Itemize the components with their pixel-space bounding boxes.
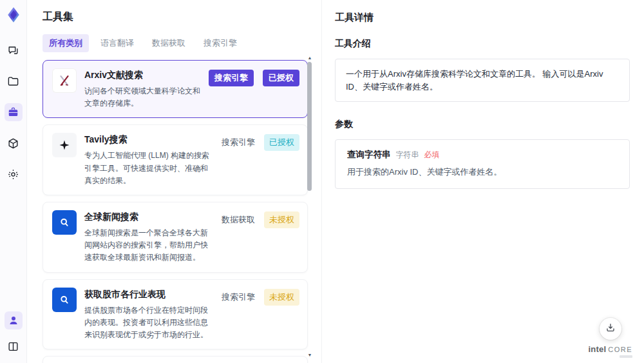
- tool-name: Tavily搜索: [84, 134, 214, 146]
- floating-footer: intel CORE: [588, 318, 632, 358]
- download-button[interactable]: [600, 318, 621, 340]
- scroll-down-icon[interactable]: ▼: [307, 353, 313, 358]
- sidebar-bottom-nav: [5, 311, 23, 355]
- param-type: 字符串: [396, 150, 419, 161]
- brand-core-text: CORE: [608, 346, 632, 353]
- sidebar-item-chat[interactable]: [5, 41, 23, 59]
- intro-heading: 工具介绍: [335, 38, 630, 50]
- badge-group: 搜索引擎已授权: [222, 133, 299, 187]
- tool-name: Arxiv文献搜索: [84, 70, 201, 81]
- search-icon: [52, 210, 77, 235]
- status-badge: 已授权: [263, 70, 299, 86]
- sidebar-item-collapse[interactable]: [5, 337, 23, 355]
- category-badge: 搜索引擎: [222, 289, 255, 306]
- scrollbar-thumb[interactable]: [307, 62, 312, 191]
- status-badge: 未授权: [264, 289, 299, 306]
- detail-title: 工具详情: [335, 12, 630, 24]
- briefcase-icon: [7, 106, 19, 119]
- badge-group: 搜索引擎未授权: [222, 288, 299, 342]
- param-name: 查询字符串: [347, 149, 391, 161]
- scroll-up-icon[interactable]: ▲: [307, 55, 313, 61]
- intro-text-box: 一个用于从Arxiv存储库搜索科学论文和文章的工具。 输入可以是Arxiv ID…: [335, 59, 630, 102]
- app-logo-icon: [4, 5, 23, 25]
- param-description: 用于搜索的Arxiv ID、关键字或作者姓名。: [347, 166, 618, 178]
- tab-3[interactable]: 搜索引擎: [197, 34, 243, 52]
- category-badge: 数据获取: [222, 211, 255, 228]
- param-required-badge: 必填: [424, 150, 440, 161]
- user-icon: [8, 315, 19, 326]
- sidebar-item-settings[interactable]: [5, 165, 23, 183]
- sidebar-item-packages[interactable]: [5, 134, 23, 152]
- tool-description: 全球新闻搜索是一个聚合全球各大新闻网站内容的搜索引擎，帮助用户快速获取全球最新资…: [84, 227, 214, 264]
- status-badge: 未授权: [264, 211, 299, 228]
- tool-description: 访问各个研究领域大量科学论文和文章的存储库。: [84, 85, 201, 110]
- sidebar-item-files[interactable]: [5, 72, 23, 90]
- tool-description: 专为人工智能代理 (LLM) 构建的搜索引擎工具。可快速提供实时、准确和真实的结…: [84, 150, 214, 187]
- tab-1[interactable]: 语言翻译: [94, 34, 140, 52]
- category-tabs: 所有类别语言翻译数据获取搜索引擎: [43, 34, 321, 52]
- app-window: 工具集 所有类别语言翻译数据获取搜索引擎 Arxiv文献搜索访问各个研究领域大量…: [0, 0, 644, 363]
- params-list: 查询字符串字符串必填用于搜索的Arxiv ID、关键字或作者姓名。: [335, 139, 630, 189]
- chat-icon: [7, 44, 19, 57]
- icon-sidebar: [0, 0, 27, 363]
- tool-name: 全球新闻搜索: [84, 211, 214, 223]
- brand-intel-text: intel: [588, 344, 606, 354]
- sidebar-item-tools[interactable]: [5, 103, 23, 121]
- tool-card[interactable]: 全球新闻搜索全球新闻搜索是一个聚合全球各大新闻网站内容的搜索引擎，帮助用户快速获…: [43, 202, 308, 273]
- tool-card-list: Arxiv文献搜索访问各个研究领域大量科学论文和文章的存储库。搜索引擎已授权 T…: [43, 60, 308, 363]
- tool-card[interactable]: 获取市场最活跃股票信息提供当天交易量最高的股票列表，投资者可以利用这些信息来识别…: [43, 356, 308, 363]
- category-badge: 搜索引擎: [209, 70, 254, 86]
- tab-2[interactable]: 数据获取: [146, 34, 192, 52]
- badge-group: 数据获取未授权: [222, 210, 299, 264]
- tab-0[interactable]: 所有类别: [43, 34, 89, 52]
- sidebar-nav: [5, 41, 23, 183]
- search-icon: [52, 288, 77, 312]
- cube-icon: [7, 137, 19, 150]
- tool-list-panel: 工具集 所有类别语言翻译数据获取搜索引擎 Arxiv文献搜索访问各个研究领域大量…: [27, 0, 322, 363]
- page-title: 工具集: [43, 10, 321, 24]
- list-scrollbar[interactable]: ▲ ▼: [307, 55, 313, 358]
- sidebar-item-account[interactable]: [5, 311, 23, 329]
- folder-icon: [7, 75, 19, 88]
- params-heading: 参数: [335, 119, 630, 130]
- badge-group: 搜索引擎已授权: [209, 68, 299, 110]
- tool-card[interactable]: Tavily搜索专为人工智能代理 (LLM) 构建的搜索引擎工具。可快速提供实时…: [43, 124, 308, 195]
- brand-sub-bar: [620, 355, 632, 358]
- gear-icon: [7, 168, 19, 181]
- tool-detail-panel: 工具详情 工具介绍 一个用于从Arxiv存储库搜索科学论文和文章的工具。 输入可…: [322, 0, 644, 363]
- intel-core-logo: intel CORE: [588, 344, 632, 358]
- star-icon: [52, 133, 77, 157]
- download-icon: [605, 322, 616, 335]
- tool-name: 获取股市各行业表现: [84, 289, 214, 300]
- tool-description: 提供股票市场各个行业在特定时间段内的表现。投资者可以利用这些信息来识别表现优于或…: [84, 304, 214, 342]
- tool-card[interactable]: Arxiv文献搜索访问各个研究领域大量科学论文和文章的存储库。搜索引擎已授权: [43, 60, 308, 118]
- panel-icon: [7, 340, 19, 353]
- status-badge: 已授权: [264, 134, 299, 151]
- tool-card[interactable]: 获取股市各行业表现提供股票市场各个行业在特定时间段内的表现。投资者可以利用这些信…: [43, 279, 308, 350]
- arxiv-icon: [52, 68, 77, 93]
- category-badge: 搜索引擎: [222, 134, 255, 151]
- param-card: 查询字符串字符串必填用于搜索的Arxiv ID、关键字或作者姓名。: [335, 139, 630, 189]
